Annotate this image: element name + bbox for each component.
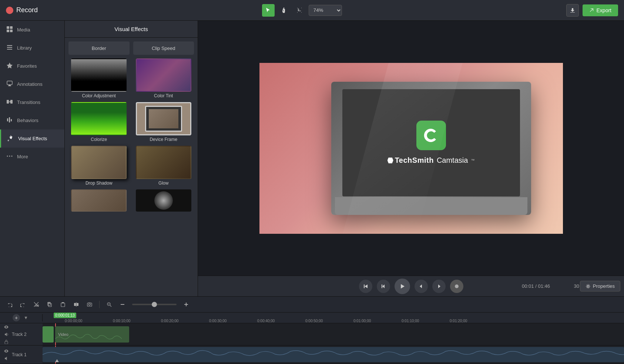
svg-rect-22 <box>184 304 188 305</box>
track1-content[interactable] <box>43 346 624 364</box>
effect-color-tint[interactable]: Color Tint <box>133 58 194 98</box>
topbar-right: Export <box>566 4 618 17</box>
svg-rect-6 <box>10 100 13 104</box>
export-button[interactable]: Export <box>583 4 618 16</box>
svg-rect-3 <box>10 30 13 32</box>
clip-speed-label: Clip Speed <box>152 46 175 51</box>
svg-rect-14 <box>61 303 65 307</box>
effect-device-frame[interactable]: Device Frame <box>133 102 194 142</box>
select-tool-button[interactable] <box>262 4 275 17</box>
sidebar-item-library[interactable]: Library <box>0 39 64 57</box>
effects-panel-title: Visual Effects <box>65 21 198 38</box>
track2-label: Track 2 <box>12 332 27 337</box>
topbar-center: 74% 50% 100% 150% <box>38 4 566 17</box>
play-button[interactable] <box>395 279 410 294</box>
crop-tool-button[interactable] <box>293 4 306 17</box>
svg-point-8 <box>9 156 10 157</box>
track2-visibility-button[interactable] <box>3 324 10 330</box>
effect-border[interactable]: Border <box>68 41 130 55</box>
svg-rect-5 <box>7 100 9 104</box>
next-marker-button[interactable] <box>432 280 446 293</box>
zoom-plus-button[interactable] <box>181 299 191 310</box>
track-options-button[interactable]: ▼ <box>22 314 30 321</box>
svg-rect-23 <box>5 341 8 344</box>
sidebar-item-visual-effects[interactable]: Visual Effects <box>0 129 64 148</box>
sidebar-annotations-label: Annotations <box>17 81 43 87</box>
ruler-mark: 0:00:00;00 <box>65 319 113 323</box>
svg-rect-0 <box>7 26 9 29</box>
step-back-button[interactable] <box>377 280 390 293</box>
prev-marker-button[interactable] <box>415 280 428 293</box>
effect-glow[interactable]: Glow <box>133 146 194 186</box>
device-frame-label: Device Frame <box>150 137 177 142</box>
sidebar-item-transitions[interactable]: Transitions <box>0 93 64 111</box>
skip-back-button[interactable] <box>359 280 372 293</box>
media-icon <box>6 26 13 34</box>
properties-label: Properties <box>593 283 615 289</box>
svg-rect-20 <box>121 304 124 305</box>
timeline-toolbar <box>0 296 624 313</box>
track1-visibility-button[interactable] <box>3 348 10 354</box>
zoom-minus-button[interactable] <box>117 299 128 310</box>
svg-rect-4 <box>7 81 12 85</box>
sidebar-behaviors-label: Behaviors <box>17 118 38 123</box>
svg-rect-17 <box>77 303 78 306</box>
track2-clip-label: Video <box>58 332 68 337</box>
record-button[interactable]: Record <box>6 6 38 14</box>
controls-bar: 00:01 / 01:46 30 fps Properties <box>198 276 624 296</box>
paste-button[interactable] <box>58 299 68 310</box>
record-ctrl-button[interactable] <box>450 280 463 293</box>
svg-point-9 <box>11 156 13 157</box>
zoom-select[interactable]: 74% 50% 100% 150% <box>309 5 342 16</box>
track1-audio-clip[interactable] <box>43 347 624 362</box>
zoom-out-button[interactable] <box>104 299 114 310</box>
copy-button[interactable] <box>44 299 55 310</box>
transitions-icon <box>6 98 13 106</box>
effect-clip-speed[interactable]: Clip Speed <box>133 41 194 55</box>
time-total: 01:46 <box>538 283 550 289</box>
visual-effects-icon <box>7 135 14 142</box>
ruler-mark: 0:00:10;00 <box>113 319 161 323</box>
add-track-button[interactable]: + <box>13 314 20 321</box>
zoom-slider[interactable] <box>132 304 177 305</box>
screenshot-button[interactable] <box>84 299 95 310</box>
properties-button[interactable]: Properties <box>580 281 620 291</box>
sidebar-transitions-label: Transitions <box>17 100 40 105</box>
record-dot <box>6 7 13 14</box>
cut-button[interactable] <box>31 299 41 310</box>
download-button[interactable] <box>566 4 579 17</box>
effect-colorize[interactable]: Colorize <box>68 102 130 142</box>
timeline-ruler-row: + ▼ 0:000:01;13 0:00:00;00 0:00:10;00 <box>0 313 624 323</box>
ruler-marks: 0:00:00;00 0:00:10;00 0:00:20;00 0:00:30… <box>43 313 624 323</box>
ruler-mark: 0:00:30;00 <box>209 319 257 323</box>
track2-audio-button[interactable] <box>3 331 10 338</box>
ruler-mark: 0:00:40;00 <box>257 319 305 323</box>
preview-section: TechSmith Camtasia ™ <box>198 21 624 296</box>
sidebar-item-annotations[interactable]: Annotations <box>0 75 64 93</box>
track2-row: Track 2 Video <box>0 323 624 346</box>
effect-partial1[interactable] <box>68 189 130 212</box>
sidebar-item-media[interactable]: Media <box>0 21 64 39</box>
effect-color-adjustment[interactable]: Color Adjustment <box>68 58 130 98</box>
track1-controls: Track 1 <box>0 346 43 364</box>
redo-button[interactable] <box>18 299 28 310</box>
track2-video-clip[interactable]: Video <box>55 326 129 343</box>
split-button[interactable] <box>71 299 81 310</box>
main-content: Media Library Favorites Annotations Tran… <box>0 21 624 296</box>
track2-lock-button[interactable] <box>3 338 10 345</box>
effect-drop-shadow[interactable]: Drop Shadow <box>68 146 130 186</box>
svg-point-11 <box>587 285 589 287</box>
hand-tool-button[interactable] <box>278 4 290 17</box>
track2-small-clip[interactable] <box>43 326 54 343</box>
track1-label: Track 1 <box>12 352 27 357</box>
toolbar-separator <box>99 301 100 308</box>
sidebar-item-favorites[interactable]: Favorites <box>0 57 64 75</box>
track1-audio-button[interactable] <box>3 355 10 362</box>
preview-canvas: TechSmith Camtasia ™ <box>259 63 563 234</box>
undo-button[interactable] <box>4 299 15 310</box>
effect-partial2[interactable] <box>133 189 194 212</box>
track2-content[interactable]: Video <box>43 323 624 345</box>
color-tint-label: Color Tint <box>154 93 173 98</box>
sidebar-item-more[interactable]: More <box>0 148 64 166</box>
sidebar-item-behaviors[interactable]: Behaviors <box>0 111 64 129</box>
